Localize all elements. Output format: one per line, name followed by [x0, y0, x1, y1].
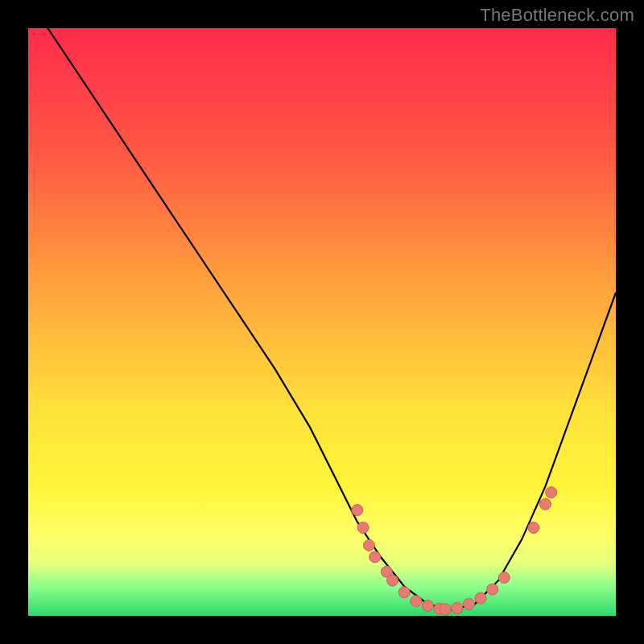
chart-frame: TheBottleneck.com — [0, 0, 644, 644]
curve-marker — [487, 584, 498, 595]
curve-markers — [352, 487, 557, 615]
curve-marker — [546, 487, 557, 498]
curve-marker — [475, 592, 486, 604]
plot-area — [28, 28, 616, 616]
curve-marker — [464, 598, 475, 609]
curve-marker — [352, 505, 363, 516]
curve-marker — [357, 522, 369, 534]
curve-marker — [422, 601, 433, 612]
curve-marker — [440, 604, 451, 615]
curve-marker — [398, 587, 410, 598]
bottleneck-curve — [28, 0, 616, 610]
curve-marker — [411, 596, 422, 607]
curve-layer — [28, 28, 616, 616]
curve-marker — [539, 498, 551, 510]
curve-marker — [387, 575, 398, 586]
curve-marker — [452, 603, 463, 614]
curve-marker — [369, 551, 381, 563]
watermark-text: TheBottleneck.com — [480, 5, 634, 26]
curve-marker — [498, 572, 510, 584]
curve-marker — [363, 539, 374, 551]
curve-marker — [528, 522, 539, 534]
